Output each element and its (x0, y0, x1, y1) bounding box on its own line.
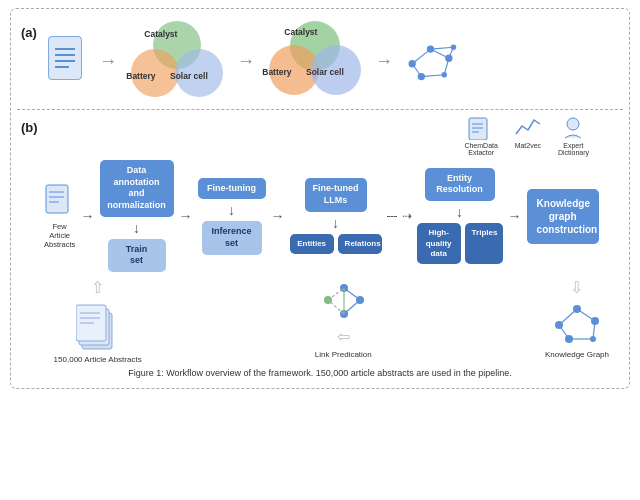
fine-tuning-group: Fine-tuning ↓ Inferenceset (198, 178, 266, 255)
down-arrow-2: ↓ (228, 203, 235, 217)
section-a-label: (a) (21, 25, 37, 40)
entity-resolution-group: EntityResolution ↓ High-qualitydata Trip… (417, 168, 503, 265)
arrow-2: → (237, 51, 255, 72)
bottom-row: ⇧ 150,000 Article Abstracts (44, 278, 619, 364)
data-annotation-group: Data annotationand normalization ↓ Train… (100, 160, 174, 272)
svg-point-23 (567, 118, 579, 130)
knowledge-graph-bottom: ⇩ Knowledge (545, 278, 609, 359)
svg-line-14 (412, 64, 421, 77)
few-abstracts-group: FewArticleAbstracts (44, 183, 76, 249)
entity-resolution-box: EntityResolution (425, 168, 495, 201)
entities-relations-group: Entities Relations (290, 234, 382, 254)
svg-line-40 (344, 300, 360, 314)
article-abstracts-count-label: 150,000 Article Abstracts (54, 355, 142, 364)
fine-tuned-llms-box: Fine-tunedLLMs (305, 178, 367, 211)
solar-label-2: Solar cell (306, 67, 344, 77)
venn-diagram-2: Catalyst Battery Solar cell (265, 21, 365, 101)
entities-box: Entities (290, 234, 334, 254)
hq-triples-group: High-qualitydata Triples (417, 223, 503, 264)
left-arrow-link: ⇦ (337, 327, 350, 346)
high-quality-box: High-qualitydata (417, 223, 461, 264)
link-predication-label: Link Predication (315, 350, 372, 359)
down-arrow-1: ↓ (133, 221, 140, 235)
flow-arrow-1: → (81, 208, 95, 224)
flow-arrow-2: → (179, 208, 193, 224)
svg-line-48 (559, 309, 577, 325)
inference-set-box: Inferenceset (202, 221, 262, 254)
figure-caption: Figure 1: Workflow overview of the frame… (21, 368, 619, 378)
expert-icon (559, 116, 587, 140)
knowledge-graph-label: Knowledge Graph (545, 350, 609, 359)
flow-arrow-4 (387, 216, 397, 217)
few-abstracts-label: FewArticleAbstracts (44, 222, 75, 249)
mat2vec-icon (514, 116, 542, 140)
stacked-pages-icon (76, 301, 120, 351)
mat2vec-tool: Mat2vec (514, 116, 542, 156)
expert-dict-label: ExpertDictionary (558, 142, 589, 156)
arrow-1: → (99, 51, 117, 72)
chem-tool-label: ChemDataExtactor (464, 142, 497, 156)
article-abstracts-bottom: ⇧ 150,000 Article Abstracts (54, 278, 142, 364)
catalyst-label-1: Catalyst (144, 29, 177, 39)
fine-tuning-box: Fine-tuning (198, 178, 266, 200)
main-flow: FewArticleAbstracts → Data annotationand… (44, 160, 619, 272)
battery-label-1: Battery (126, 71, 155, 81)
caption-text: Figure 1: Workflow overview of the frame… (128, 368, 512, 378)
svg-line-12 (412, 49, 430, 64)
mat2vec-label: Mat2vec (515, 142, 541, 149)
kg-construction-box: Knowledgegraphconstruction (527, 189, 599, 244)
svg-rect-1 (49, 37, 81, 79)
link-predication-graph (316, 278, 371, 323)
down-arrow-3: ↓ (332, 216, 339, 230)
up-arrow-bottom-left: ⇧ (91, 278, 104, 297)
network-graph-a (403, 36, 458, 86)
data-annotation-box: Data annotationand normalization (100, 160, 174, 217)
battery-label-2: Battery (262, 67, 291, 77)
section-b-label: (b) (21, 120, 38, 135)
link-predication-bottom: ⇦ Link Predication (315, 278, 372, 359)
svg-line-49 (577, 309, 595, 321)
flow-arrow-3: → (271, 208, 285, 224)
down-arrow-bottom-right: ⇩ (570, 278, 583, 297)
section-a: (a) → Catalyst Battery Solar cell → Cat (17, 15, 623, 110)
document-icon (47, 35, 89, 87)
arrow-3: → (375, 51, 393, 72)
relations-box: Relations (338, 234, 382, 254)
chem-data-extractor-tool: ChemDataExtactor (464, 116, 497, 156)
fine-tuned-llms-group: Fine-tunedLLMs ↓ Entities Relations (290, 178, 382, 254)
solar-label-1: Solar cell (170, 71, 208, 81)
section-b: (b) ChemDataExtactor (17, 110, 623, 382)
train-set-box: Trainset (108, 239, 166, 272)
down-arrow-4: ↓ (456, 205, 463, 219)
few-abstracts-icon (44, 183, 76, 219)
svg-line-13 (430, 49, 448, 58)
expert-dictionary-tool: ExpertDictionary (558, 116, 589, 156)
flow-arrow-5: → (508, 208, 522, 224)
svg-line-50 (559, 325, 569, 339)
svg-line-39 (344, 288, 360, 300)
venn-diagram-1: Catalyst Battery Solar cell (127, 21, 227, 101)
svg-line-38 (328, 288, 344, 300)
triples-box: Triples (465, 223, 503, 264)
svg-rect-19 (469, 118, 487, 140)
catalyst-label-2: Catalyst (284, 27, 317, 37)
svg-rect-24 (46, 185, 68, 213)
top-tools-row: ChemDataExtactor Mat2vec (44, 116, 619, 156)
dashed-arrow: ⇢ (402, 209, 412, 223)
chem-icon (467, 116, 495, 140)
knowledge-graph-icon (549, 301, 604, 346)
main-container: (a) → Catalyst Battery Solar cell → Cat (10, 8, 630, 389)
